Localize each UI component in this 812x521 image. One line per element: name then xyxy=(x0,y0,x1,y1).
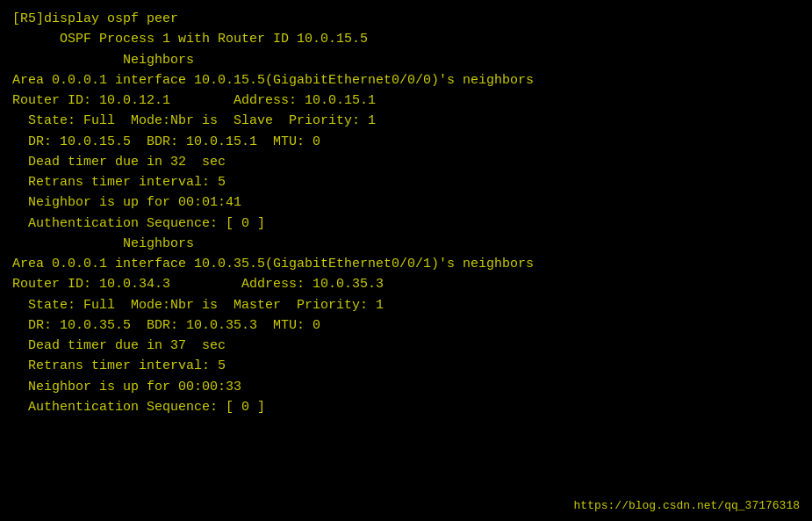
terminal-line: Retrans timer interval: 5 xyxy=(12,356,800,376)
terminal-line: DR: 10.0.35.5 BDR: 10.0.35.3 MTU: 0 xyxy=(12,315,800,336)
terminal-line: Authentication Sequence: [ 0 ] xyxy=(12,213,800,234)
terminal-line: State: Full Mode:Nbr is Master Priority:… xyxy=(12,295,800,315)
terminal-line: [R5]display ospf peer xyxy=(12,9,800,29)
terminal-line: Neighbors xyxy=(12,50,800,70)
terminal-line: Area 0.0.0.1 interface 10.0.35.5(Gigabit… xyxy=(12,254,800,274)
terminal-line: Dead timer due in 37 sec xyxy=(12,336,800,356)
terminal-line: Retrans timer interval: 5 xyxy=(12,172,800,192)
terminal-line: Router ID: 10.0.34.3 Address: 10.0.35.3 xyxy=(12,274,800,294)
terminal-line: OSPF Process 1 with Router ID 10.0.15.5 xyxy=(12,29,800,49)
terminal-output: [R5]display ospf peer OSPF Process 1 wit… xyxy=(12,9,800,417)
terminal-line: Authentication Sequence: [ 0 ] xyxy=(12,397,800,417)
terminal-line: Area 0.0.0.1 interface 10.0.15.5(Gigabit… xyxy=(12,70,800,90)
terminal-line: Router ID: 10.0.12.1 Address: 10.0.15.1 xyxy=(12,90,800,111)
terminal-line: DR: 10.0.15.5 BDR: 10.0.15.1 MTU: 0 xyxy=(12,132,800,152)
terminal-line: Dead timer due in 32 sec xyxy=(12,152,800,172)
terminal-window: [R5]display ospf peer OSPF Process 1 wit… xyxy=(0,0,812,521)
terminal-line: Neighbors xyxy=(12,234,800,254)
terminal-line: Neighbor is up for 00:00:33 xyxy=(12,377,800,397)
watermark: https://blog.csdn.net/qq_37176318 xyxy=(574,499,800,512)
terminal-line: State: Full Mode:Nbr is Slave Priority: … xyxy=(12,111,800,131)
terminal-line: Neighbor is up for 00:01:41 xyxy=(12,192,800,213)
